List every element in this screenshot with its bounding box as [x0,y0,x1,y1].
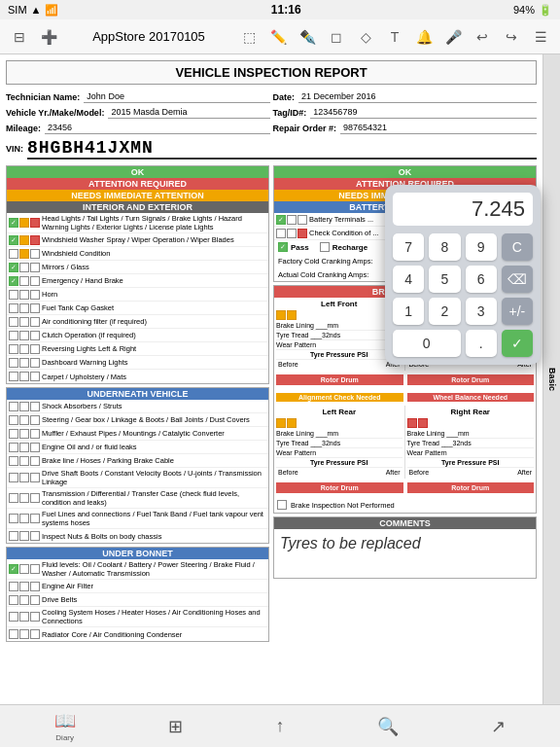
checkbox-fail[interactable] [30,514,40,523]
tag-value[interactable]: 123456789 [310,106,537,119]
checkbox-warn[interactable] [19,372,29,381]
checkbox-fail[interactable] [30,473,40,482]
checkbox-fail[interactable] [30,218,40,228]
text-icon[interactable]: T [383,25,406,49]
pass-checkbox[interactable] [278,242,288,252]
redo-icon[interactable]: ↪ [500,25,523,49]
keypad-btn-plusminus[interactable]: +/- [502,298,533,325]
checkbox-warn[interactable] [19,317,29,327]
add-icon[interactable]: ➕ [37,25,60,49]
checkbox-warn[interactable] [19,218,29,228]
checkbox-fail[interactable] [30,317,40,327]
pen-icon[interactable]: ✏️ [266,25,290,49]
checkbox-warn[interactable] [19,493,29,503]
keypad-btn-dot[interactable]: . [466,330,497,357]
checkbox-fail[interactable] [30,372,40,381]
comments-body[interactable]: Tyres to be replaced [274,529,536,578]
checkbox-fail[interactable] [30,429,40,439]
checkbox-warn[interactable] [19,303,29,313]
keypad-btn-2[interactable]: 2 [429,298,460,325]
checkbox-ok[interactable] [9,218,18,228]
notification-icon[interactable]: 🔔 [412,25,436,49]
checkbox-ok[interactable] [9,415,18,425]
technician-value[interactable]: John Doe [84,90,269,103]
checkbox-warn[interactable] [19,612,29,622]
keypad-btn-clear[interactable]: C [502,233,533,261]
checkbox-warn[interactable] [19,344,29,354]
keypad-btn-1[interactable]: 1 [393,298,424,325]
checkbox-fail[interactable] [298,229,307,238]
checkbox-warn[interactable] [19,429,29,439]
checkbox-ok[interactable] [9,429,18,439]
checkbox-fail[interactable] [30,415,40,425]
checkbox-ok[interactable] [9,531,18,541]
home-icon[interactable]: ⊟ [8,25,31,49]
checkbox-ok[interactable] [9,582,18,591]
checkbox-warn[interactable] [19,276,29,286]
checkbox-fail[interactable] [30,493,40,503]
bottom-btn-cursor[interactable]: ↗ [491,716,506,737]
checkbox-fail[interactable] [30,290,40,300]
checkbox-warn[interactable] [19,443,29,452]
checkbox-warn[interactable] [19,595,29,605]
brake-check-orange[interactable] [287,310,297,320]
checkbox-ok[interactable] [9,263,18,272]
checkbox-fail[interactable] [30,582,40,591]
checkbox-ok[interactable] [9,249,18,259]
checkbox-fail[interactable] [30,235,40,245]
keypad-btn-4[interactable]: 4 [393,266,424,293]
bottom-btn-share[interactable]: ↑ [275,716,284,736]
checkbox-ok[interactable] [9,344,18,354]
checkbox-ok[interactable] [9,290,18,300]
side-tab[interactable]: Basic [542,54,560,704]
checkbox-ok[interactable] [9,303,18,313]
checkbox-fail[interactable] [30,249,40,259]
checkbox-ok[interactable] [9,493,18,503]
checkbox-warn[interactable] [287,229,297,238]
menu-icon[interactable]: ☰ [529,25,552,49]
brake-inspection-checkbox[interactable] [277,500,287,510]
checkbox-fail[interactable] [30,456,40,466]
recharge-checkbox[interactable] [320,242,330,252]
checkbox-warn[interactable] [19,456,29,466]
checkbox-warn[interactable] [287,215,297,225]
checkbox-fail[interactable] [298,215,307,225]
checkbox-ok[interactable] [9,276,18,286]
checkbox-warn[interactable] [19,290,29,300]
checkbox-warn[interactable] [19,402,29,411]
repair-order-value[interactable]: 987654321 [340,122,537,134]
date-value[interactable]: 21 December 2016 [298,90,537,103]
checkbox-warn[interactable] [19,235,29,245]
checkbox-ok[interactable] [9,473,18,482]
checkbox-fail[interactable] [30,263,40,272]
keypad-btn-5[interactable]: 5 [429,266,460,293]
checkbox-warn[interactable] [19,531,29,541]
checkbox-warn[interactable] [19,564,29,574]
checkbox-ok[interactable] [9,235,18,245]
vehicle-value[interactable]: 2015 Masda Demia [108,106,269,119]
keypad-btn-7[interactable]: 7 [393,233,424,261]
keypad-btn-backspace[interactable]: ⌫ [502,266,533,293]
checkbox-ok[interactable] [9,402,18,411]
checkbox-fail[interactable] [30,564,40,574]
checkbox-ok[interactable] [9,358,18,368]
pencil-icon[interactable]: ✒️ [296,25,319,49]
keypad-btn-9[interactable]: 9 [466,233,497,261]
shapes-icon[interactable]: ◇ [354,25,377,49]
eraser-icon[interactable]: ◻ [325,25,348,49]
checkbox-fail[interactable] [30,402,40,411]
checkbox-fail[interactable] [30,612,40,622]
checkbox-warn[interactable] [19,473,29,482]
keypad-btn-0[interactable]: 0 [393,330,461,357]
checkbox-fail[interactable] [30,344,40,354]
brake-check-orange-lr2[interactable] [287,418,297,428]
brake-check-red-rr[interactable] [407,418,417,428]
checkbox-warn[interactable] [19,358,29,368]
bottom-btn-search[interactable]: 🔍 [377,716,399,737]
checkbox-warn[interactable] [19,331,29,340]
vin-value[interactable]: 8HGBH41JXMN [27,138,537,160]
keypad-btn-confirm[interactable]: ✓ [502,330,533,357]
checkbox-ok[interactable] [9,564,18,574]
checkbox-fail[interactable] [30,358,40,368]
brake-check-orange-lr[interactable] [276,418,286,428]
